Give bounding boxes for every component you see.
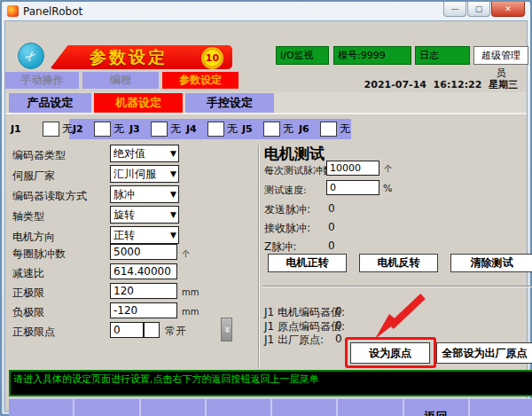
axis-group-j3: J3 无 — [129, 119, 181, 139]
z-pulses-label: Z脉冲: — [264, 239, 296, 255]
softkey-empty-4 — [207, 399, 272, 416]
motor-reverse-button[interactable]: 电机反转 — [359, 254, 438, 272]
negative-limit-unit-label: mm — [182, 307, 199, 317]
status-message: 请进入具体的设定页面进行设置,点击右下方的返回按钮返回上一层菜单 — [13, 373, 319, 386]
axis-checkbox-j1[interactable] — [43, 122, 59, 137]
scroll-down-button[interactable]: « — [221, 318, 232, 341]
axis-type-select[interactable]: 旋转 ▼ — [110, 206, 179, 224]
panel-divider — [258, 145, 259, 367]
axis-checkbox-j3[interactable] — [151, 122, 168, 137]
axis-group-j4: J4 无 — [186, 119, 238, 139]
back-button[interactable]: 返回 — [404, 399, 470, 416]
chevron-down-icon: ▼ — [170, 149, 178, 158]
log-button[interactable]: 日志 — [415, 46, 470, 65]
encoder-read-mode-select[interactable]: 脉冲 ▼ — [110, 185, 179, 203]
factory-origin-value: 0 — [335, 333, 342, 345]
axis-label: J3 — [129, 123, 151, 135]
axis-label: J4 — [186, 123, 207, 135]
normally-open-label: 常开 — [165, 324, 186, 339]
motor-forward-button[interactable]: 电机正转 — [268, 254, 347, 272]
tab-product-setting[interactable]: 产品设定 — [9, 93, 91, 113]
annotation-arrow-icon — [363, 287, 434, 342]
chevron-down-icon: ▼ — [170, 169, 178, 178]
encoder-type-label: 编码器类型 — [12, 148, 108, 163]
factory-origin-label: J1 出厂原点: — [264, 333, 324, 348]
encoder-type-select[interactable]: 绝对值 ▼ — [110, 145, 179, 162]
double-chevron-down-icon: « — [215, 326, 238, 333]
reduction-ratio-input[interactable] — [110, 263, 177, 279]
select-value: 旋转 — [111, 208, 170, 223]
close-button[interactable]: ✕ — [491, 2, 525, 17]
test-pulses-unit-label: 个 — [384, 163, 392, 175]
io-monitor-button[interactable]: I/O监视 — [276, 46, 329, 65]
motor-encoder-value: 0 — [335, 305, 342, 318]
positive-limit-point-input[interactable] — [110, 322, 144, 338]
negative-limit-input[interactable] — [110, 302, 177, 318]
test-pulses-input[interactable] — [326, 161, 379, 176]
sent-pulses-label: 发送脉冲: — [264, 202, 310, 217]
softkey-empty-8 — [470, 399, 532, 416]
softkey-empty-6 — [338, 399, 403, 416]
motor-direction-label: 电机方向 — [12, 230, 108, 245]
softkey-empty-1 — [9, 399, 74, 416]
version-badge: 10 — [201, 47, 223, 69]
user-role-button[interactable]: 超级管理员 — [473, 46, 528, 65]
axis-type-label: 轴类型 — [12, 209, 108, 224]
section-divider — [262, 286, 532, 286]
maximize-button[interactable]: ▢ — [467, 2, 490, 17]
model-number-button[interactable]: 模号:9999 — [333, 46, 411, 65]
axis-group-j6: J6 无 — [299, 119, 350, 139]
datetime-label: 2021-07-14 16:12:22 星期三 — [364, 78, 518, 91]
positive-limit-point-aux-input[interactable] — [144, 322, 160, 338]
axis-group-j5: J5 无 — [242, 119, 293, 139]
positive-limit-label: 正极限 — [12, 286, 108, 301]
select-value: 绝对值 — [111, 146, 170, 161]
motor-test-title: 电机测试 — [264, 144, 325, 164]
clear-test-button[interactable]: 清除测试 — [450, 254, 532, 272]
axis-checkbox-j2[interactable] — [94, 122, 111, 137]
axis-label: J1 — [11, 123, 32, 135]
tab-manual-operation[interactable]: 手动操作 — [5, 72, 79, 89]
axis-checkbox-j5[interactable] — [263, 122, 280, 137]
softkey-empty-2 — [74, 399, 140, 416]
select-value: 正转 — [111, 228, 170, 243]
axis-group-j1: J1 无 — [11, 119, 73, 139]
axis-checkbox-j4[interactable] — [207, 122, 224, 137]
tab-parameter-setting[interactable]: 参数设定 — [162, 72, 239, 89]
encoder-read-mode-label: 编码器读取方式 — [12, 189, 108, 204]
chevron-down-icon: ▼ — [170, 231, 178, 239]
tab-machine-setting[interactable]: 机器设定 — [94, 93, 183, 113]
reduction-ratio-label: 减速比 — [12, 266, 108, 281]
test-pulses-label: 每次测试脉冲数: — [264, 164, 336, 177]
motor-encoder-value-label: J1 电机编码器值: — [264, 305, 345, 320]
z-pulses-value: 0 — [328, 239, 335, 252]
negative-limit-label: 负极限 — [12, 305, 108, 320]
test-speed-input[interactable] — [326, 180, 379, 195]
page-title: 参数设定 — [50, 45, 207, 69]
axis-label: J6 — [299, 123, 320, 135]
axis-label: J2 — [73, 123, 94, 135]
minimize-button[interactable]: — — [443, 2, 466, 17]
title-bar[interactable]: PanelRobot — ▢ ✕ — [2, 2, 530, 20]
pulses-per-rev-input[interactable] — [110, 244, 177, 260]
set-all-factory-origin-button[interactable]: 全部设为出厂原点 — [436, 342, 532, 364]
positive-limit-input[interactable] — [110, 283, 177, 299]
received-pulses-label: 接收脉冲: — [264, 221, 310, 236]
chevron-down-icon: ▼ — [170, 190, 178, 199]
select-value: 汇川伺服 — [111, 167, 170, 182]
sent-pulses-value: 0 — [328, 202, 335, 215]
axis-label: J5 — [242, 123, 263, 135]
chevron-down-icon: ▼ — [170, 210, 178, 219]
motor-direction-select[interactable]: 正转 ▼ — [110, 226, 179, 244]
positive-limit-point-label: 正极限点 — [12, 325, 108, 340]
axis-checkbox-j6[interactable] — [320, 122, 337, 137]
servo-vendor-select[interactable]: 汇川伺服 ▼ — [110, 165, 179, 183]
status-bar: 请进入具体的设定页面进行设置,点击右下方的返回按钮返回上一层菜单 — [9, 370, 532, 396]
test-speed-label: 测试速度: — [264, 184, 307, 197]
origin-encoder-value: 0 — [335, 319, 342, 332]
client-area: ✂ 参数设定 10 I/O监视 模号:9999 日志 超级管理员 2021-07… — [4, 20, 528, 412]
tab-programming[interactable]: 编程 — [82, 72, 159, 89]
window-title: PanelRobot — [23, 5, 82, 18]
tab-manual-control-setting[interactable]: 手控设定 — [185, 93, 274, 113]
received-pulses-value: 0 — [328, 221, 335, 233]
